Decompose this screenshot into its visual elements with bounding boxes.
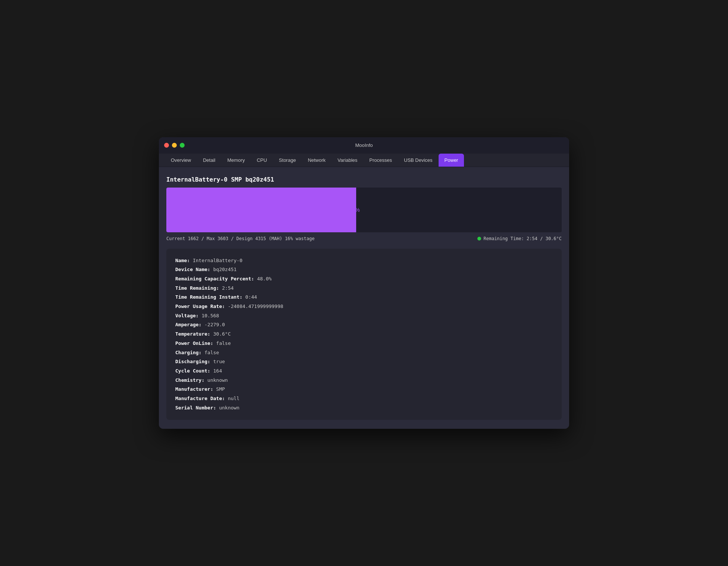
info-value: -24084.471999999998 <box>228 304 283 309</box>
info-value: -2279.0 <box>204 322 225 327</box>
info-panel: Name: InternalBattery-0Device Name: bq20… <box>166 249 562 420</box>
info-row: Manufacture Date: null <box>175 394 553 403</box>
maximize-button[interactable] <box>180 143 185 148</box>
titlebar: MooInfo <box>159 137 569 154</box>
close-button[interactable] <box>164 143 169 148</box>
info-label: Charging: <box>175 350 204 355</box>
info-label: Time Remaining: <box>175 285 222 291</box>
info-label: Power OnLine: <box>175 340 216 346</box>
tab-detail[interactable]: Detail <box>197 154 221 167</box>
traffic-lights <box>164 143 185 148</box>
info-label: Manufacture Date: <box>175 396 228 401</box>
remaining-time-label: Remaining Time: 2:54 / 30.6°C <box>483 236 562 241</box>
battery-stats-row: Current 1662 / Max 3603 / Design 4315 (M… <box>166 236 562 241</box>
main-window: MooInfo Overview Detail Memory CPU Stora… <box>159 137 569 429</box>
battery-bar-container: 48% <box>166 188 562 232</box>
info-row: Discharging: true <box>175 357 553 367</box>
navbar: Overview Detail Memory CPU Storage Netwo… <box>159 154 569 167</box>
info-value: unknown <box>207 377 228 383</box>
info-row: Power Usage Rate: -24084.471999999998 <box>175 302 553 311</box>
tab-memory[interactable]: Memory <box>221 154 251 167</box>
tab-power[interactable]: Power <box>439 154 464 167</box>
info-row: Charging: false <box>175 348 553 358</box>
info-label: Device Name: <box>175 267 213 272</box>
info-label: Name: <box>175 258 193 263</box>
info-row: Power OnLine: false <box>175 339 553 348</box>
battery-percent-label: 48% <box>349 207 360 213</box>
info-value: SMP <box>216 386 225 392</box>
info-label: Discharging: <box>175 359 213 364</box>
info-row: Remaining Capacity Percent: 48.0% <box>175 274 553 284</box>
info-label: Cycle Count: <box>175 368 213 374</box>
status-dot-green <box>477 237 481 240</box>
info-value: null <box>228 396 239 401</box>
info-row: Cycle Count: 164 <box>175 367 553 376</box>
info-label: Amperage: <box>175 322 204 327</box>
info-row: Chemistry: unknown <box>175 376 553 385</box>
info-value: true <box>213 359 225 364</box>
info-label: Temperature: <box>175 331 213 337</box>
battery-stats-left: Current 1662 / Max 3603 / Design 4315 (M… <box>166 236 314 241</box>
tab-usb-devices[interactable]: USB Devices <box>398 154 439 167</box>
tab-overview[interactable]: Overview <box>165 154 197 167</box>
info-row: Manufacturer: SMP <box>175 385 553 394</box>
info-row: Time Remaining Instant: 0:44 <box>175 293 553 302</box>
battery-section: InternalBattery-0 SMP bq20z451 48% Curre… <box>166 176 562 241</box>
info-row: Temperature: 30.6°C <box>175 330 553 339</box>
info-label: Chemistry: <box>175 377 207 383</box>
info-label: Manufacturer: <box>175 386 216 392</box>
info-label: Time Remaining Instant: <box>175 294 245 300</box>
info-row: Device Name: bq20z451 <box>175 265 553 274</box>
info-value: false <box>216 340 231 346</box>
battery-title: InternalBattery-0 SMP bq20z451 <box>166 176 562 183</box>
info-row: Voltage: 10.568 <box>175 311 553 321</box>
info-row: Name: InternalBattery-0 <box>175 256 553 265</box>
info-value: 164 <box>213 368 222 374</box>
info-value: false <box>204 350 219 355</box>
info-row: Time Remaining: 2:54 <box>175 284 553 293</box>
tab-cpu[interactable]: CPU <box>251 154 273 167</box>
tab-network[interactable]: Network <box>302 154 332 167</box>
tab-storage[interactable]: Storage <box>273 154 302 167</box>
minimize-button[interactable] <box>172 143 177 148</box>
info-label: Serial Number: <box>175 405 219 411</box>
battery-bar-fill <box>166 188 356 232</box>
info-label: Voltage: <box>175 313 201 318</box>
info-label: Remaining Capacity Percent: <box>175 276 257 282</box>
window-title: MooInfo <box>355 142 373 148</box>
remaining-time: Remaining Time: 2:54 / 30.6°C <box>477 236 562 241</box>
tab-processes[interactable]: Processes <box>363 154 398 167</box>
info-value: 10.568 <box>201 313 219 318</box>
info-value: 0:44 <box>245 294 257 300</box>
info-value: 2:54 <box>222 285 233 291</box>
tab-variables[interactable]: Variables <box>332 154 363 167</box>
info-value: 30.6°C <box>213 331 231 337</box>
content-area: InternalBattery-0 SMP bq20z451 48% Curre… <box>159 167 569 429</box>
info-value: InternalBattery-0 <box>193 258 242 263</box>
info-row: Serial Number: unknown <box>175 403 553 413</box>
info-row: Amperage: -2279.0 <box>175 320 553 330</box>
info-value: unknown <box>219 405 239 411</box>
info-label: Power Usage Rate: <box>175 304 228 309</box>
info-value: bq20z451 <box>213 267 237 272</box>
info-value: 48.0% <box>257 276 272 282</box>
